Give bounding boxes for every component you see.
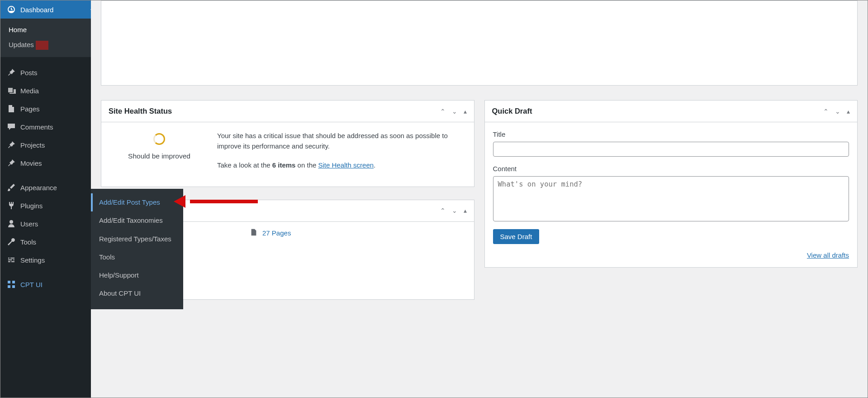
sidebar-item-projects[interactable]: Projects: [0, 136, 91, 154]
sidebar-item-settings[interactable]: Settings: [0, 251, 91, 269]
svg-rect-2: [8, 285, 10, 288]
site-health-link[interactable]: Site Health screen: [318, 161, 374, 169]
sidebar-item-movies[interactable]: Movies: [0, 154, 91, 172]
dashboard-icon: [7, 5, 16, 14]
sidebar-item-pages[interactable]: Pages: [0, 100, 91, 118]
media-icon: [7, 86, 16, 95]
dashboard-submenu: Home Updates: [0, 19, 91, 57]
health-ring-icon: [153, 133, 165, 145]
comments-icon: [7, 122, 16, 131]
panel-down-icon[interactable]: ⌄: [452, 108, 457, 115]
panel-controls: ⌃ ⌄ ▴: [440, 108, 467, 115]
panel-toggle-icon[interactable]: ▴: [464, 207, 467, 214]
site-health-title: Site Health Status: [109, 107, 172, 115]
main-content: Site Health Status ⌃ ⌄ ▴ Should be impro…: [91, 0, 868, 398]
sidebar-item-dashboard[interactable]: Dashboard: [0, 0, 91, 19]
panel-up-icon[interactable]: ⌃: [440, 207, 446, 214]
welcome-panel: [101, 0, 858, 86]
pages-count-row[interactable]: 27 Pages: [250, 228, 466, 238]
svg-rect-0: [8, 281, 10, 283]
flyout-registered-types[interactable]: Registered Types/Taxes: [91, 230, 183, 248]
sidebar-item-cptui[interactable]: CPT UI: [0, 275, 91, 293]
qd-content-input[interactable]: [493, 176, 849, 221]
cptui-submenu-flyout: Add/Edit Post Types Add/Edit Taxonomies …: [91, 189, 183, 309]
panel-toggle-icon[interactable]: ▴: [847, 108, 850, 115]
svg-rect-1: [12, 281, 15, 283]
flyout-add-edit-post-types[interactable]: Add/Edit Post Types: [91, 193, 183, 211]
qd-content-label: Content: [493, 165, 849, 173]
sidebar-item-users[interactable]: Users: [0, 215, 91, 233]
sidebar-sub-updates[interactable]: Updates: [0, 37, 91, 53]
sidebar-sub-home[interactable]: Home: [0, 22, 91, 37]
sidebar-item-plugins[interactable]: Plugins: [0, 197, 91, 215]
wrench-icon: [7, 237, 16, 246]
flyout-about[interactable]: About CPT UI: [91, 284, 183, 302]
sidebar-label: Dashboard: [20, 6, 53, 14]
sidebar-item-comments[interactable]: Comments: [0, 118, 91, 136]
brush-icon: [7, 183, 16, 192]
flyout-add-edit-taxonomies[interactable]: Add/Edit Taxonomies: [91, 211, 183, 230]
updates-badge: [36, 41, 48, 50]
save-draft-button[interactable]: Save Draft: [493, 229, 540, 244]
panel-down-icon[interactable]: ⌄: [452, 207, 457, 214]
quick-draft-panel: Quick Draft ⌃ ⌄ ▴ Title Content Save Dra…: [484, 100, 858, 268]
view-all-drafts-link[interactable]: View all drafts: [807, 251, 849, 259]
pin-icon: [7, 140, 16, 149]
health-message: Your site has a critical issue that shou…: [217, 130, 466, 152]
plug-icon: [7, 201, 16, 210]
sidebar-item-appearance[interactable]: Appearance: [0, 178, 91, 197]
sidebar-item-media[interactable]: Media: [0, 82, 91, 100]
panel-down-icon[interactable]: ⌄: [835, 108, 840, 115]
pages-icon: [7, 104, 16, 113]
pin-icon: [7, 158, 16, 168]
pages-icon: [250, 228, 258, 238]
sidebar-item-posts[interactable]: Posts: [0, 63, 91, 82]
panel-toggle-icon[interactable]: ▴: [464, 108, 467, 115]
panel-up-icon[interactable]: ⌃: [823, 108, 829, 115]
svg-rect-3: [12, 285, 15, 288]
sidebar-item-tools[interactable]: Tools: [0, 233, 91, 251]
qd-title-label: Title: [493, 130, 849, 138]
health-status-label: Should be improved: [109, 152, 209, 160]
site-health-panel: Site Health Status ⌃ ⌄ ▴ Should be impro…: [101, 100, 474, 187]
flyout-tools[interactable]: Tools: [91, 248, 183, 266]
qd-title-input[interactable]: [493, 142, 849, 157]
quick-draft-title: Quick Draft: [492, 107, 532, 115]
sliders-icon: [7, 255, 16, 264]
pin-icon: [7, 68, 16, 77]
flyout-help[interactable]: Help/Support: [91, 266, 183, 284]
grid-icon: [7, 280, 16, 289]
admin-sidebar: Dashboard Home Updates Posts Media Pages…: [0, 0, 91, 398]
panel-up-icon[interactable]: ⌃: [440, 108, 446, 115]
user-icon: [7, 219, 16, 228]
health-look: Take a look at the 6 items on the Site H…: [217, 160, 466, 170]
